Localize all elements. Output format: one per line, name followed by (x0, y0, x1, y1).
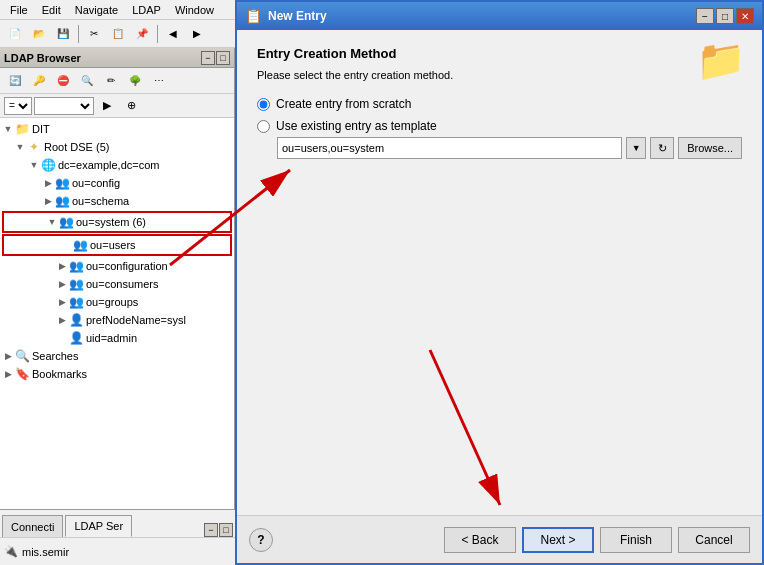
browser-disconnect[interactable]: ⛔ (52, 70, 74, 92)
panel-minimize[interactable]: − (201, 51, 215, 65)
tree-item-searches[interactable]: ▶ 🔍 Searches (0, 347, 234, 365)
expander-ou-config: ▶ (42, 177, 54, 189)
radio-template-label: Use existing entry as template (276, 119, 437, 133)
browser-toolbar: 🔄 🔑 ⛔ 🔍 ✏ 🌳 ⋯ (0, 68, 234, 94)
panel-maximize[interactable]: □ (216, 51, 230, 65)
menu-edit[interactable]: Edit (36, 2, 67, 18)
label-bookmarks: Bookmarks (32, 368, 87, 380)
search-go[interactable]: ▶ (96, 95, 118, 117)
tree-item-ou-config[interactable]: ▶ 👥 ou=config (0, 174, 234, 192)
tree-item-ou-configuration[interactable]: ▶ 👥 ou=configuration (0, 257, 234, 275)
panel-title-bar: LDAP Browser − □ (0, 48, 234, 68)
radio-group: Create entry from scratch Use existing e… (257, 97, 742, 159)
radio-scratch-input[interactable] (257, 98, 270, 111)
tab-panel-minimize[interactable]: − (204, 523, 218, 537)
toolbar-forward[interactable]: ▶ (186, 23, 208, 45)
help-button[interactable]: ? (249, 528, 273, 552)
browser-connect[interactable]: 🔑 (28, 70, 50, 92)
main-content: LDAP Browser − □ 🔄 🔑 ⛔ 🔍 ✏ 🌳 ⋯ = (0, 48, 764, 509)
icon-uid-admin: 👤 (68, 330, 84, 346)
menu-window[interactable]: Window (169, 2, 220, 18)
toolbar-back[interactable]: ◀ (162, 23, 184, 45)
toolbar-sep-1 (78, 25, 79, 43)
folder-icon-dit: 📁 (14, 121, 30, 137)
search-attr-select[interactable]: = (4, 97, 32, 115)
toolbar-cut[interactable]: ✂ (83, 23, 105, 45)
panel-title-controls: − □ (201, 51, 230, 65)
label-dc-example: dc=example,dc=com (58, 159, 160, 171)
expander-dc-example: ▼ (28, 159, 40, 171)
tree-item-ou-users[interactable]: 👥 ou=users (2, 234, 232, 256)
back-button[interactable]: < Back (444, 527, 516, 553)
left-panel: LDAP Browser − □ 🔄 🔑 ⛔ 🔍 ✏ 🌳 ⋯ = (0, 48, 235, 509)
toolbar-open[interactable]: 📂 (28, 23, 50, 45)
icon-root-dse: ✦ (26, 139, 42, 155)
tree-item-ou-groups[interactable]: ▶ 👥 ou=groups (0, 293, 234, 311)
tree-item-ou-system[interactable]: ▼ 👥 ou=system (6) (2, 211, 232, 233)
expander-uid (56, 332, 68, 344)
menu-file[interactable]: File (4, 2, 34, 18)
template-refresh-btn[interactable]: ↻ (650, 137, 674, 159)
dialog-controls: − □ ✕ (696, 8, 754, 24)
template-dn-input[interactable] (277, 137, 622, 159)
template-browse-btn[interactable]: Browse... (678, 137, 742, 159)
label-ou-groups: ou=groups (86, 296, 138, 308)
radio-option-template[interactable]: Use existing entry as template (257, 119, 742, 133)
search-bar: = ▶ ⊕ (0, 94, 234, 118)
search-clear[interactable]: ⊕ (120, 95, 142, 117)
dialog-footer: ? < Back Next > Finish Cancel (237, 515, 762, 563)
expander-ou-consumers: ▶ (56, 278, 68, 290)
tree-item-root-dse[interactable]: ▼ ✦ Root DSE (5) (0, 138, 234, 156)
status-text: mis.semir (22, 546, 69, 558)
toolbar-paste[interactable]: 📌 (131, 23, 153, 45)
finish-button[interactable]: Finish (600, 527, 672, 553)
label-ou-system: ou=system (6) (76, 216, 146, 228)
expander-searches: ▶ (2, 350, 14, 362)
tree-item-bookmarks[interactable]: ▶ 🔖 Bookmarks (0, 365, 234, 383)
tree-item-ou-consumers[interactable]: ▶ 👥 ou=consumers (0, 275, 234, 293)
tree-item-pref-node[interactable]: ▶ 👤 prefNodeName=sysl (0, 311, 234, 329)
dialog-overlay: 📋 New Entry − □ ✕ Entry Creation Method … (235, 0, 764, 565)
dialog-close-btn[interactable]: ✕ (736, 8, 754, 24)
template-dropdown-btn[interactable]: ▼ (626, 137, 646, 159)
dialog-minimize-btn[interactable]: − (696, 8, 714, 24)
toolbar-copy[interactable]: 📋 (107, 23, 129, 45)
radio-option-scratch[interactable]: Create entry from scratch (257, 97, 742, 111)
menu-ldap[interactable]: LDAP (126, 2, 167, 18)
cancel-button[interactable]: Cancel (678, 527, 750, 553)
tab-connecti[interactable]: Connecti (2, 515, 63, 537)
next-button[interactable]: Next > (522, 527, 594, 553)
toolbar-sep-2 (157, 25, 158, 43)
tree-item-dit[interactable]: ▼ 📁 DIT (0, 120, 234, 138)
tree-item-uid-admin[interactable]: 👤 uid=admin (0, 329, 234, 347)
toolbar-save[interactable]: 💾 (52, 23, 74, 45)
label-ou-config: ou=config (72, 177, 120, 189)
expander-ou-groups: ▶ (56, 296, 68, 308)
tree-item-ou-schema[interactable]: ▶ 👥 ou=schema (0, 192, 234, 210)
label-ou-schema: ou=schema (72, 195, 129, 207)
dialog-maximize-btn[interactable]: □ (716, 8, 734, 24)
section-subtitle: Please select the entry creation method. (257, 69, 742, 81)
icon-pref-node: 👤 (68, 312, 84, 328)
icon-dc-example: 🌐 (40, 157, 56, 173)
tree-item-dc-example[interactable]: ▼ 🌐 dc=example,dc=com (0, 156, 234, 174)
section-title: Entry Creation Method (257, 46, 742, 61)
icon-bookmarks: 🔖 (14, 366, 30, 382)
radio-template-input[interactable] (257, 120, 270, 133)
icon-ou-consumers: 👥 (68, 276, 84, 292)
browser-refresh[interactable]: 🔄 (4, 70, 26, 92)
toolbar-new[interactable]: 📄 (4, 23, 26, 45)
browser-search[interactable]: 🔍 (76, 70, 98, 92)
browser-edit[interactable]: ✏ (100, 70, 122, 92)
tab-panel-maximize[interactable]: □ (219, 523, 233, 537)
bottom-tabs: Connecti LDAP Ser − □ (0, 509, 235, 537)
tree-view[interactable]: ▼ 📁 DIT ▼ ✦ Root DSE (5) ▼ 🌐 dc=example,… (0, 118, 234, 509)
tab-ldap-ser[interactable]: LDAP Ser (65, 515, 132, 537)
browser-more[interactable]: ⋯ (148, 70, 170, 92)
folder-icon-decoration: 📁 (696, 37, 746, 84)
expander-bookmarks: ▶ (2, 368, 14, 380)
icon-ou-config: 👥 (54, 175, 70, 191)
menu-navigate[interactable]: Navigate (69, 2, 124, 18)
browser-tree[interactable]: 🌳 (124, 70, 146, 92)
search-value-select[interactable] (34, 97, 94, 115)
